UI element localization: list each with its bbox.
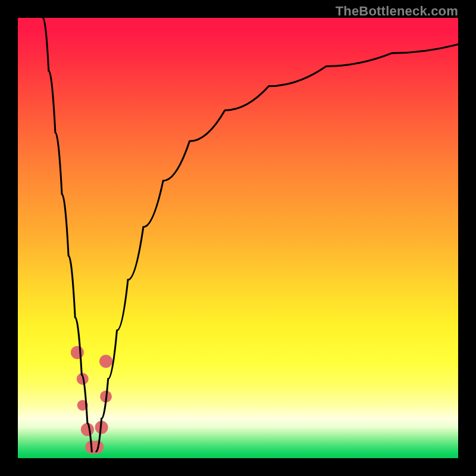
curve-right-branch: [96, 44, 458, 452]
curve-layer: [18, 18, 458, 458]
chart-frame: TheBottleneck.com: [0, 0, 476, 476]
data-point-marker: [99, 355, 112, 368]
watermark-text: TheBottleneck.com: [336, 4, 458, 19]
curve-left-branch: [43, 18, 92, 452]
plot-area: [18, 18, 458, 458]
data-point-marker: [71, 346, 84, 359]
data-point-marker: [81, 423, 94, 436]
